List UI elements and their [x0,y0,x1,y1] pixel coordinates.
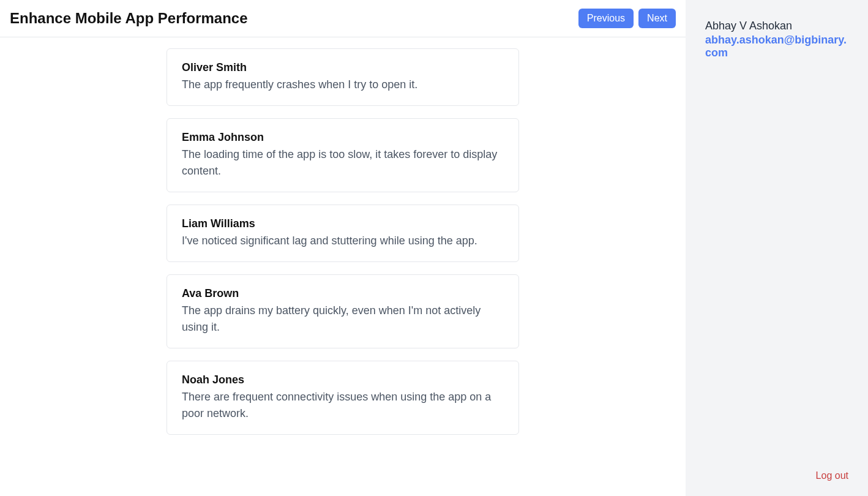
feedback-author: Liam Williams [182,217,504,230]
main-column: Enhance Mobile App Performance Previous … [0,0,686,496]
feedback-author: Ava Brown [182,287,504,300]
feedback-card: Ava Brown The app drains my battery quic… [166,274,519,348]
user-block: Abhay V Ashokan abhay.ashokan@bigbinary.… [705,20,848,59]
feedback-body: The app frequently crashes when I try to… [182,77,504,93]
page-header: Enhance Mobile App Performance Previous … [0,0,686,37]
feedback-card: Liam Williams I've noticed significant l… [166,205,519,262]
feedback-author: Oliver Smith [182,61,504,74]
user-name: Abhay V Ashokan [705,20,848,32]
feedback-body: I've noticed significant lag and stutter… [182,233,504,249]
logout-link[interactable]: Log out [816,470,848,481]
page-title: Enhance Mobile App Performance [10,10,248,27]
app-layout: Enhance Mobile App Performance Previous … [0,0,868,496]
feedback-body: The loading time of the app is too slow,… [182,146,504,179]
feedback-body: There are frequent connectivity issues w… [182,389,504,422]
feedback-body: The app drains my battery quickly, even … [182,302,504,336]
next-button[interactable]: Next [638,9,676,28]
user-email-link[interactable]: abhay.ashokan@bigbinary.com [705,34,848,59]
previous-button[interactable]: Previous [578,9,634,28]
feedback-list: Oliver Smith The app frequently crashes … [166,48,519,435]
content-area: Oliver Smith The app frequently crashes … [0,37,686,496]
feedback-author: Emma Johnson [182,131,504,144]
nav-buttons: Previous Next [578,9,676,28]
feedback-card: Oliver Smith The app frequently crashes … [166,48,519,106]
sidebar: Abhay V Ashokan abhay.ashokan@bigbinary.… [686,0,868,496]
feedback-author: Noah Jones [182,374,504,386]
feedback-card: Emma Johnson The loading time of the app… [166,118,519,192]
feedback-card: Noah Jones There are frequent connectivi… [166,361,519,435]
